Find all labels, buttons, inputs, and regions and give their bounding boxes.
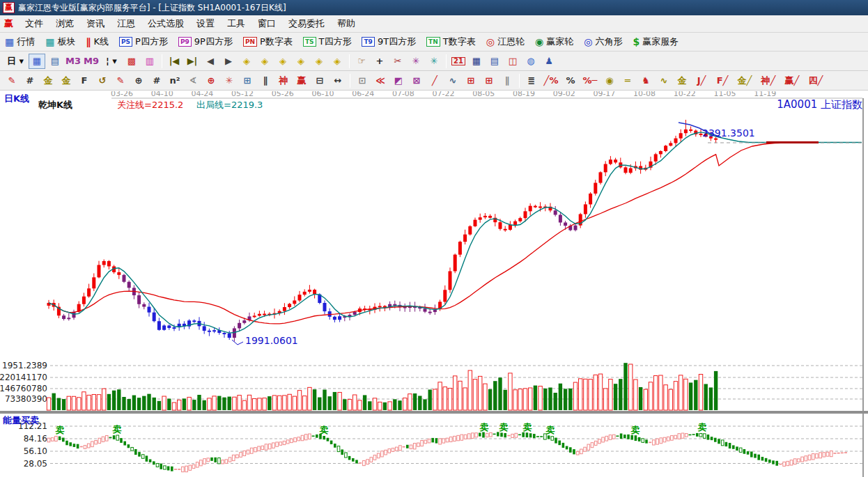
diamond-star-button[interactable]: ◈ [311, 54, 327, 69]
date-tick-06-10: 06-10 [312, 91, 334, 98]
menu-item-6[interactable]: 工具 [221, 16, 251, 31]
menu-item-8[interactable]: 交易委托 [282, 16, 331, 31]
toolbar-item-t-number[interactable]: TNT数字表 [424, 34, 478, 49]
toolbar-item-winner-service[interactable]: $赢家服务 [630, 34, 681, 49]
gold-grid-button[interactable]: 金 [40, 73, 56, 88]
notes-button[interactable]: ▤ [486, 54, 503, 69]
mind-purple-button[interactable]: ✳ [408, 54, 424, 69]
chart-canvas[interactable]: 日K线乾坤K线关注线=2215.2出局线=2219.31A0001 上证指数03… [0, 91, 868, 477]
first-page-button[interactable]: |◀ [166, 54, 183, 69]
web-sync-button[interactable]: ◍ [522, 54, 539, 69]
gold-circle-button[interactable]: ◉ [601, 73, 618, 88]
shen-line-button[interactable]: 神╱ [757, 73, 780, 88]
prev-button[interactable]: ◀ [202, 54, 219, 69]
hand-tool-button[interactable]: ☞ [353, 54, 370, 69]
draw-pen-button[interactable]: ✎ [3, 73, 20, 88]
menu-item-4[interactable]: 公式选股 [141, 16, 190, 31]
f-grid-button[interactable]: F [76, 73, 93, 88]
calculator-button[interactable]: ▦ [468, 54, 485, 69]
h-stretch-button[interactable]: ↔ [330, 73, 346, 88]
zone-select-button[interactable]: ▦ [29, 54, 45, 69]
toolbar-item-9t-square[interactable]: T99T四方形 [359, 34, 418, 49]
color-chart-button[interactable]: ▥ [141, 54, 158, 69]
gold-h-2-button[interactable]: 金 [674, 73, 690, 88]
mind-teal-button[interactable]: ✳ [426, 54, 442, 69]
spider-web-button[interactable]: ✳ [221, 73, 238, 88]
n-square-button[interactable]: n² [166, 73, 183, 88]
rect-select-button[interactable]: ⊡ [354, 73, 371, 88]
menu-item-7[interactable]: 窗口 [251, 16, 282, 31]
kline-label: K线 [93, 36, 109, 48]
toolbar-item-t-square[interactable]: TST四方形 [301, 34, 354, 49]
user-button[interactable]: ♟ [541, 54, 557, 69]
ray-fan-button[interactable]: ≪ [372, 73, 389, 88]
cross-cursor-button[interactable]: + [371, 54, 388, 69]
percent-diag-button[interactable]: ╱% [541, 73, 561, 88]
percent-button[interactable]: % [562, 73, 579, 88]
toolbar-item-hexagon[interactable]: ◎六角形 [582, 34, 624, 49]
gold-grid-2-button[interactable]: 金 [58, 73, 75, 88]
signal-flag-button[interactable]: ♞ [637, 73, 654, 88]
four-line-button[interactable]: 四╱ [805, 73, 827, 88]
wave-line-button[interactable]: ∿ [444, 73, 461, 88]
percent-h-button[interactable]: %─ [580, 73, 600, 88]
gold-line-button[interactable]: 金╱ [734, 73, 756, 88]
red-grid-button[interactable]: ⊞ [463, 73, 479, 88]
toolbar-item-quotes[interactable]: ▦行情 [3, 34, 37, 49]
diamond-left-button[interactable]: ◈ [238, 54, 255, 69]
info-note-button[interactable]: ▤ [47, 54, 63, 69]
circle-cycle-button[interactable]: ⊕ [130, 73, 147, 88]
web-square-button[interactable]: ⊞ [239, 73, 256, 88]
next-button[interactable]: ▶ [220, 54, 237, 69]
kline-marks-button[interactable]: ∥ [257, 73, 274, 88]
pen-flag-button[interactable]: ✎ [112, 73, 129, 88]
grid-dense-button[interactable]: # [148, 73, 165, 88]
menu-item-5[interactable]: 设置 [190, 16, 221, 31]
shen-grid-button[interactable]: 神 [275, 73, 292, 88]
win-grid-button[interactable]: 赢 [293, 73, 310, 88]
toolbar-item-p-square[interactable]: PSP四方形 [117, 34, 170, 49]
diamond-cross-button[interactable]: ◈ [293, 54, 309, 69]
p-square-label: P四方形 [135, 36, 168, 48]
trend-line-button[interactable]: ╱ [426, 73, 443, 88]
spiral-button[interactable]: ↺ [94, 73, 111, 88]
f-line-button[interactable]: F╱ [713, 73, 732, 88]
diamond-plus-button[interactable]: ◈ [329, 54, 346, 69]
shen-grid-icon: 神 [279, 76, 288, 85]
calendar-button[interactable]: 21 [450, 54, 467, 69]
fan-box-button[interactable]: ◩ [390, 73, 407, 88]
menu-item-0[interactable]: 文件 [19, 16, 49, 31]
angle-lines-button[interactable]: ∢ [185, 73, 201, 88]
grid-button[interactable]: # [22, 73, 38, 88]
menu-item-9[interactable]: 帮助 [331, 16, 362, 31]
diamond-expand-button[interactable]: ◈ [274, 54, 291, 69]
period-day-dropdown-button[interactable]: 日 ▾ [3, 54, 27, 69]
menu-item-1[interactable]: 浏览 [49, 16, 80, 31]
gold-wave-button[interactable]: ∿ [656, 73, 672, 88]
steps-button[interactable]: ≣ [523, 73, 540, 88]
menu-item-2[interactable]: 资讯 [80, 16, 111, 31]
gold-h-lines-button[interactable]: ═ [619, 73, 636, 88]
toolbar-item-gann-wheel[interactable]: ◎江恩轮 [484, 34, 527, 49]
last-page-button[interactable]: ▶| [184, 54, 201, 69]
save-button[interactable]: ◫ [504, 54, 521, 69]
toolbar-item-kline[interactable]: ∥K线 [84, 34, 111, 49]
win-line-button[interactable]: 赢╱ [781, 73, 803, 88]
toolbar-item-winner-wheel[interactable]: ◉赢家轮 [533, 34, 575, 49]
candle-style-dropdown-button[interactable]: ¦ ▾ [101, 54, 122, 69]
toolbar-item-9p-square[interactable]: P99P四方形 [176, 34, 235, 49]
box-diag-button[interactable]: ⊠ [408, 73, 425, 88]
menu-item-3[interactable]: 江恩 [111, 16, 141, 31]
circle-cross-red-button[interactable]: ⊕ [203, 73, 219, 88]
gann-filter-button[interactable]: ▩ [123, 54, 140, 69]
toolbar-item-p-number[interactable]: PNP数字表 [241, 34, 295, 49]
delete-tool-button[interactable]: ✂ [389, 54, 406, 69]
parallel-lines-button[interactable]: ∥ [499, 73, 516, 88]
wave-3-button[interactable]: M3 [65, 54, 82, 69]
red-grid-2-button[interactable]: ⊞ [481, 73, 497, 88]
wave-9-button[interactable]: M9 [83, 54, 100, 69]
j-line-button[interactable]: J╱ [692, 73, 711, 88]
toolbar-item-sectors[interactable]: ▦板块 [43, 34, 77, 49]
number-grid-button[interactable]: ⊟ [311, 73, 328, 88]
diamond-right-button[interactable]: ◈ [256, 54, 273, 69]
